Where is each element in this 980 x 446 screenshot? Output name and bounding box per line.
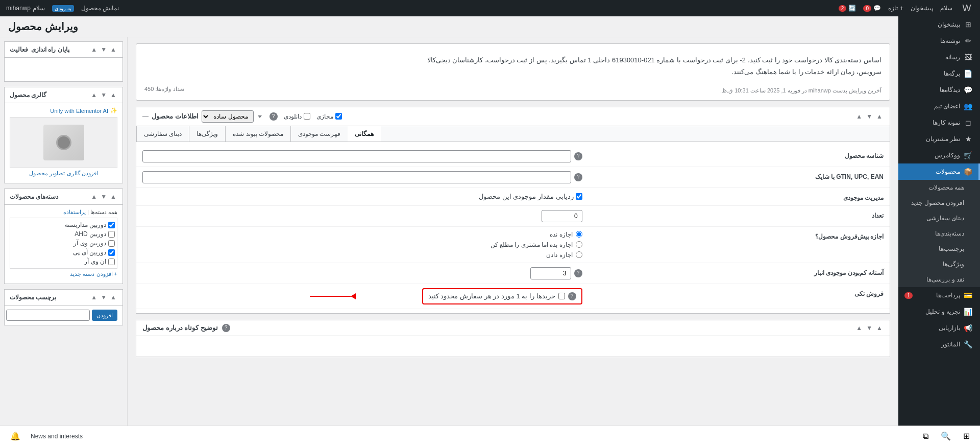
tab-attributes[interactable]: ویژگی‌ها [189,126,225,142]
publish-btn-1[interactable]: ▲ [109,45,117,54]
sidebar-item-analytics[interactable]: 📊 تجزیه و تحلیل [898,303,980,320]
gallery-image[interactable] [10,117,117,168]
sidebar-item-media[interactable]: 🖼 رسانه [898,49,980,65]
add-gallery-link[interactable]: افزودن گالری تصاویر محصول [10,168,117,179]
gtin-input[interactable] [142,171,571,183]
adminbar-new[interactable]: + تازه [888,5,903,12]
ai-label[interactable]: ✨ Unify with Elementor AI [10,107,117,114]
adminbar-site-name[interactable]: سلام [940,5,952,12]
tab-inventory[interactable]: فهرست موجودی [290,126,348,142]
adminbar-view-product[interactable]: نمایش محصول [81,5,119,12]
category-item-4[interactable]: ان وی آر [12,257,115,266]
submenu-add-product[interactable]: افزودن محصول جدید [898,195,980,210]
manage-stock-checkbox[interactable] [576,193,582,200]
category-item-2[interactable]: دوربین وی آر [12,239,115,248]
gallery-btn-3[interactable]: ▲ [90,90,98,100]
sidebar-item-pages[interactable]: 📄 برگه‌ها [898,65,980,82]
sidebar-item-comments[interactable]: 💬 دیدگاه‌ها [898,82,980,98]
publish-btn-3[interactable]: ▲ [90,45,98,54]
short-desc-btn-3[interactable]: ▲ [855,323,863,333]
adminbar-dashboard[interactable]: پیشخوان [911,5,933,12]
short-desc-help-icon[interactable]: ? [222,324,230,332]
tags-btn-3[interactable]: ▲ [90,293,98,302]
backorder-allow[interactable]: اجازه دادن [142,251,582,259]
tab-linked[interactable]: محصولات پیوند شده [225,126,290,142]
cat-check-1[interactable] [108,231,115,238]
popular-categories-link[interactable]: پراستفاده [63,209,86,215]
downloadable-checkbox[interactable] [304,113,310,120]
tab-general[interactable]: همگانی [348,126,381,142]
publish-btn-2[interactable]: ▼ [100,45,108,54]
tags-btn-2[interactable]: ▼ [100,293,108,302]
backorder-allow-notify[interactable]: اجازه بده اما مشتری را مطلع کن [142,241,582,248]
gtin-help-icon[interactable]: ? [574,173,582,181]
tags-btn-1[interactable]: ▲ [109,293,117,302]
submenu-categories[interactable]: دسته‌بندی‌ها [898,226,980,241]
quantity-input[interactable] [542,210,582,222]
sku-input[interactable] [142,150,571,162]
sidebar-item-examples[interactable]: ◻ نمونه کارها [898,114,980,131]
news-interests[interactable]: News and interests [31,433,83,440]
backorder-do-not-allow[interactable]: اجازه نده [142,231,582,238]
taskview-button[interactable]: ⧉ [919,430,933,443]
short-desc-btn-2[interactable]: ▼ [865,323,873,333]
sku-help-icon[interactable]: ? [574,152,582,160]
cat-check-0[interactable] [108,222,115,228]
sidebar-item-marketing[interactable]: 📢 بازاریابی [898,320,980,336]
search-button[interactable]: 🔍 [937,429,955,443]
adminbar-profile[interactable]: سلام mihanwp [6,5,45,12]
sidebar-item-products[interactable]: 📦 محصولات [898,163,980,180]
low-stock-input[interactable] [530,267,571,279]
sidebar-item-elementor[interactable]: 🔧 المانتور [898,336,980,353]
sidebar-item-posts[interactable]: ✏ نوشته‌ها [898,33,980,49]
category-item-3[interactable]: دوربین آی پی [12,248,115,257]
wp-logo-icon[interactable]: W [960,1,974,15]
add-tag-button[interactable]: افزودن [92,310,117,321]
sidebar-item-reviews[interactable]: ★ نظر مشتریان [898,131,980,147]
cat-btn-1[interactable]: ▲ [109,192,117,201]
cat-btn-3[interactable]: ▲ [90,192,98,201]
submenu-all-products[interactable]: همه محصولات [898,180,980,195]
collapse-up-btn[interactable]: ▲ [875,112,884,121]
adminbar-updates[interactable]: 🔄 2 [839,5,856,12]
short-desc-btn-1[interactable]: ▲ [875,323,884,333]
sidebar-item-team[interactable]: 👥 اعضای تیم [898,98,980,114]
add-category-link[interactable]: + افزودن دسته جدید [10,269,117,279]
sidebar-item-woocommerce[interactable]: 🛒 ووکامرس [898,147,980,163]
backorder-radio-allow[interactable] [576,251,582,258]
submenu-reviews[interactable]: نقد و بررسی‌ها [898,272,980,287]
taskbar-notification[interactable]: 🔔 [6,429,24,443]
sidebar-item-payments[interactable]: 💳 پرداخت‌ها 1 [898,287,980,303]
virtual-checkbox[interactable] [335,113,342,120]
gallery-btn-2[interactable]: ▼ [100,90,108,100]
virtual-checkbox-label[interactable]: مجازی [316,113,342,120]
adminbar-soon[interactable]: به زودی [52,5,74,12]
low-stock-help-icon[interactable]: ? [574,269,582,277]
submenu-attributes[interactable]: ویژگی‌ها [898,256,980,272]
submenu-custom-data[interactable]: دیتای سفارشی [898,210,980,226]
cat-check-2[interactable] [108,240,115,247]
tab-custom-data[interactable]: دیتای سفارشی [136,126,189,142]
start-button[interactable]: ⊞ [959,429,974,443]
sidebar-item-dashboard[interactable]: ⊞ پیشخوان [898,16,980,33]
sold-individually-help-icon[interactable]: ? [568,292,576,300]
collapse-down-btn[interactable]: ▼ [865,112,873,121]
category-item-0[interactable]: دوربین مداربسته [12,220,115,229]
expand-btn[interactable]: ▲ [855,112,863,121]
product-type-help-icon[interactable]: ? [270,112,278,121]
short-desc-editor-area[interactable] [136,336,890,357]
cat-btn-2[interactable]: ▼ [100,192,108,201]
tag-input[interactable] [6,310,90,321]
submenu-tags[interactable]: برچسب‌ها [898,241,980,256]
category-item-1[interactable]: دوربین AHD [12,229,115,239]
backorder-radio-no[interactable] [576,231,582,238]
manage-stock-label[interactable]: ردیابی مقدار موجودی این محصول [142,193,582,200]
all-categories-toggle[interactable]: همه دسته‌ها | پراستفاده [10,209,117,216]
adminbar-comments[interactable]: 💬 0 [863,5,881,12]
sold-individually-checkbox[interactable] [558,293,565,299]
cat-check-3[interactable] [108,249,115,256]
product-type-select[interactable]: محصول ساده [202,110,254,123]
downloadable-checkbox-label[interactable]: دانلودی [284,113,310,120]
gallery-btn-1[interactable]: ▲ [109,90,117,100]
type-dropdown-btn[interactable] [257,112,264,121]
